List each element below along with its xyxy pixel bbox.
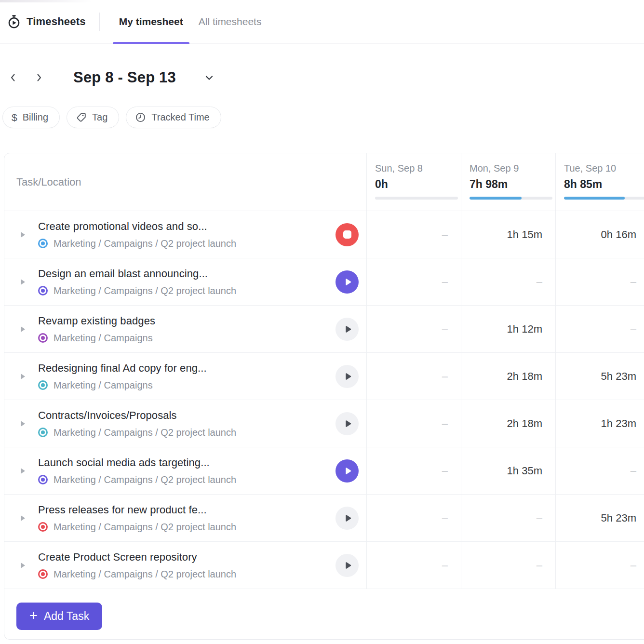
date-navigation: Sep 8 - Sep 13 — [0, 44, 644, 92]
time-cell[interactable]: – — [366, 400, 461, 447]
table-row: Contracts/Invoices/Proposals Marketing /… — [4, 400, 644, 447]
play-timer-button[interactable] — [335, 554, 359, 577]
play-icon — [343, 513, 353, 523]
time-cell[interactable]: 2h 18m — [461, 400, 555, 447]
task-title[interactable]: Contracts/Invoices/Proposals — [38, 409, 236, 422]
status-icon — [38, 522, 48, 532]
task-cell: Revamp existing badges Marketing / Campa… — [4, 306, 366, 352]
task-title[interactable]: Revamp existing badges — [38, 315, 155, 327]
play-icon — [343, 371, 353, 382]
time-cell[interactable]: 1h 15m — [461, 211, 555, 258]
task-title[interactable]: Create promotional videos and so... — [38, 220, 236, 233]
chip-label: Tracked Time — [151, 112, 209, 123]
date-range-dropdown-button[interactable] — [203, 71, 215, 84]
table-row: Launch social media ads targeting... Mar… — [4, 447, 644, 495]
tab-my-timesheet[interactable]: My timesheet — [113, 0, 189, 44]
active-tab-underline — [113, 42, 189, 44]
play-icon — [343, 466, 353, 476]
expand-caret-icon[interactable] — [21, 279, 25, 285]
time-cell[interactable]: – — [366, 495, 461, 541]
add-task-label: Add Task — [44, 610, 89, 623]
tab-all-timesheets[interactable]: All timesheets — [192, 0, 268, 44]
location-breadcrumb: Marketing / Campaigns / Q2 project launc… — [54, 427, 236, 438]
tracked-time-filter-chip[interactable]: Tracked Time — [126, 107, 221, 128]
day-progress-bar — [564, 197, 644, 200]
add-task-button[interactable]: + Add Task — [16, 603, 102, 630]
divider — [99, 13, 100, 31]
filter-bar: $ Billing Tag Tracked Time — [0, 92, 644, 128]
time-cell[interactable]: 1h 12m — [461, 306, 555, 352]
chip-label: Billing — [23, 112, 48, 123]
table-header-row: Task/Location Sun, Sep 8 0h Mon, Sep 9 7… — [4, 153, 644, 211]
day-progress-bar — [375, 197, 458, 200]
location-breadcrumb: Marketing / Campaigns — [54, 380, 153, 391]
expand-caret-icon[interactable] — [21, 468, 25, 474]
time-cell[interactable]: – — [555, 542, 644, 589]
location-breadcrumb: Marketing / Campaigns / Q2 project launc… — [54, 238, 236, 249]
task-location: Marketing / Campaigns / Q2 project launc… — [38, 238, 236, 249]
table-row: Design an email blast announcing... Mark… — [4, 258, 644, 306]
time-cell[interactable]: – — [366, 353, 461, 400]
tag-filter-chip[interactable]: Tag — [67, 107, 119, 128]
task-title[interactable]: Launch social media ads targeting... — [38, 456, 236, 469]
play-timer-button[interactable] — [335, 365, 359, 388]
play-timer-button[interactable] — [335, 459, 359, 483]
status-icon — [38, 380, 48, 390]
task-location: Marketing / Campaigns / Q2 project launc… — [38, 474, 236, 485]
time-cell[interactable]: – — [366, 542, 461, 589]
stop-timer-button[interactable] — [335, 223, 359, 246]
prev-week-button[interactable] — [3, 67, 23, 88]
table-row: Press releases for new product fe... Mar… — [4, 495, 644, 542]
task-location: Marketing / Campaigns / Q2 project launc… — [38, 522, 236, 533]
status-icon — [38, 239, 48, 248]
time-cell[interactable]: – — [461, 258, 555, 305]
time-cell[interactable]: – — [366, 258, 461, 305]
time-cell[interactable]: 1h 23m — [555, 400, 644, 447]
time-cell[interactable]: – — [461, 495, 555, 541]
expand-caret-icon[interactable] — [21, 515, 25, 521]
time-cell[interactable]: – — [555, 258, 644, 305]
expand-caret-icon[interactable] — [21, 563, 25, 568]
play-icon — [343, 560, 353, 571]
time-cell[interactable]: – — [366, 447, 461, 494]
play-timer-button[interactable] — [335, 318, 359, 341]
task-title[interactable]: Press releases for new product fe... — [38, 504, 236, 516]
task-cell: Press releases for new product fe... Mar… — [4, 495, 366, 541]
play-icon — [343, 418, 353, 429]
task-location: Marketing / Campaigns / Q2 project launc… — [38, 427, 236, 438]
table-row: Create promotional videos and so... Mark… — [4, 211, 644, 258]
expand-caret-icon[interactable] — [21, 326, 25, 332]
task-cell: Redesigning final Ad copy for eng... Mar… — [4, 353, 366, 400]
time-cell[interactable]: 5h 23m — [555, 353, 644, 400]
expand-caret-icon[interactable] — [21, 232, 25, 238]
stopwatch-icon — [7, 14, 21, 29]
play-timer-button[interactable] — [335, 507, 359, 530]
expand-caret-icon[interactable] — [21, 421, 25, 427]
table-row: Create Product Screen repository Marketi… — [4, 542, 644, 589]
expand-caret-icon[interactable] — [21, 374, 25, 379]
task-location: Marketing / Campaigns / Q2 project launc… — [38, 569, 236, 580]
play-timer-button[interactable] — [335, 412, 359, 435]
stop-icon — [343, 230, 351, 239]
status-icon — [38, 428, 48, 437]
time-cell[interactable]: 5h 23m — [555, 495, 644, 541]
time-cell[interactable]: – — [555, 306, 644, 352]
task-title[interactable]: Redesigning final Ad copy for eng... — [38, 362, 207, 375]
day-header-sun: Sun, Sep 8 0h — [366, 153, 461, 211]
play-icon — [343, 277, 353, 287]
play-icon — [343, 324, 353, 335]
time-cell[interactable]: – — [555, 447, 644, 494]
time-cell[interactable]: – — [366, 211, 461, 258]
task-title[interactable]: Create Product Screen repository — [38, 551, 236, 564]
next-week-button[interactable] — [29, 67, 49, 88]
time-cell[interactable]: 1h 35m — [461, 447, 555, 494]
billing-filter-chip[interactable]: $ Billing — [2, 107, 60, 128]
location-breadcrumb: Marketing / Campaigns / Q2 project launc… — [54, 474, 236, 485]
time-cell[interactable]: 0h 16m — [555, 211, 644, 258]
day-header-tue: Tue, Sep 10 8h 85m — [555, 153, 644, 211]
play-timer-button[interactable] — [335, 270, 359, 294]
time-cell[interactable]: – — [366, 306, 461, 352]
task-title[interactable]: Design an email blast announcing... — [38, 268, 236, 280]
time-cell[interactable]: – — [461, 542, 555, 589]
time-cell[interactable]: 2h 18m — [461, 353, 555, 400]
